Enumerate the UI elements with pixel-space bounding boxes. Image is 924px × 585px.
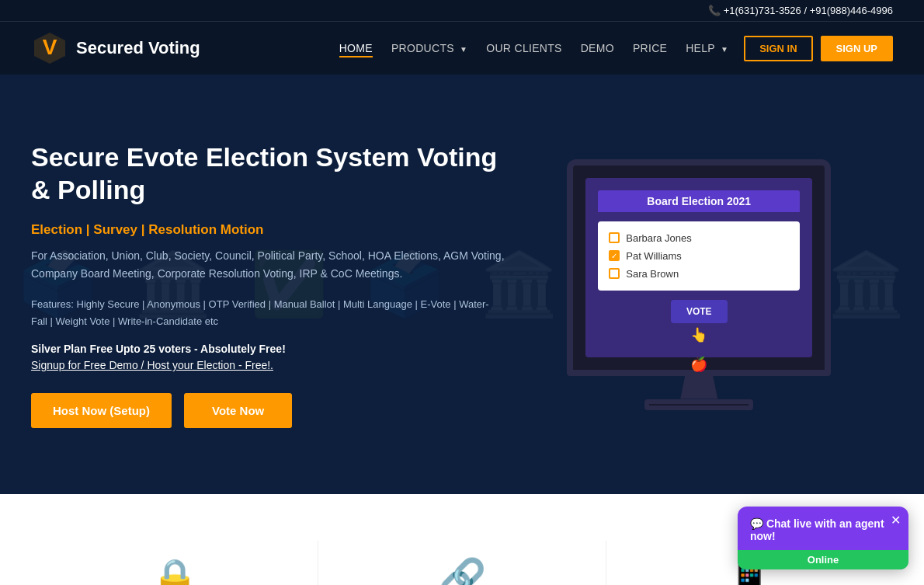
candidate-name-2: Pat Williams xyxy=(626,250,682,262)
navbar: V Secured Voting HOME PRODUCTS ▼ OUR CLI… xyxy=(0,21,924,75)
signin-button[interactable]: SIGN IN xyxy=(744,36,812,61)
feature-card-secure-ballot: 🔒 Ultimate Secure Ballot The multi layer… xyxy=(31,541,318,585)
logo-area: V Secured Voting xyxy=(31,30,200,67)
nav-buttons: SIGN IN SIGN UP xyxy=(744,36,893,61)
hero-signup-link[interactable]: Signup for Free Demo / Host your Electio… xyxy=(31,359,273,371)
hand-icon: 👆 xyxy=(671,326,728,343)
phone-number: +1(631)731-3526 / +91(988)446-4996 xyxy=(724,5,893,16)
hero-monitor-image: Board Election 2021 Barbara Jones ✓ Pat … xyxy=(505,159,894,410)
nav-clients[interactable]: OUR CLIENTS xyxy=(486,42,561,54)
hero-title: Secure Evote Election System Voting & Po… xyxy=(31,141,505,207)
candidate-name-1: Barbara Jones xyxy=(626,232,692,244)
hero-plan: Silver Plan Free Upto 25 voters - Absolu… xyxy=(31,343,505,355)
hero-features: Features: Highly Secure | Anonymous | OT… xyxy=(31,296,505,330)
hero-section: 🗳️🏛️✅🗳️ 🏛️✅🗳️🏛️ Secure Evote Election Sy… xyxy=(0,75,924,494)
monitor-screen: Board Election 2021 Barbara Jones ✓ Pat … xyxy=(585,178,812,357)
phone-icon: 📞 xyxy=(708,5,721,16)
monitor-body: Board Election 2021 Barbara Jones ✓ Pat … xyxy=(567,159,831,376)
chat-close-button[interactable]: ✕ xyxy=(891,513,901,528)
products-dropdown-arrow: ▼ xyxy=(460,45,467,54)
nav-links: HOME PRODUCTS ▼ OUR CLIENTS DEMO PRICE H… xyxy=(339,41,728,55)
feature-card-unique-link: 🔗 Unique link An hash tagged unique link… xyxy=(318,541,606,585)
checkbox-unchecked-3 xyxy=(609,268,620,279)
hero-content: Secure Evote Election System Voting & Po… xyxy=(31,141,505,429)
help-dropdown-arrow: ▼ xyxy=(721,45,728,54)
top-bar: 📞 +1(631)731-3526 / +91(988)446-4996 xyxy=(0,0,924,21)
ballot-option-3: Sara Brown xyxy=(609,265,789,283)
svg-text:V: V xyxy=(43,35,57,59)
checkbox-unchecked-1 xyxy=(609,232,620,243)
monitor-stand xyxy=(676,376,722,399)
host-now-button[interactable]: Host Now (Setup) xyxy=(31,393,172,428)
candidate-name-3: Sara Brown xyxy=(626,268,679,280)
vote-now-button[interactable]: Vote Now xyxy=(184,393,292,428)
nav-demo[interactable]: DEMO xyxy=(581,42,614,54)
envelope-area: VOTE 👆 xyxy=(598,300,800,345)
link-icon: 🔗 xyxy=(342,556,582,585)
hero-description: For Association, Union, Club, Society, C… xyxy=(31,247,505,284)
chat-message: Chat live with an agent now! xyxy=(750,517,884,542)
checkbox-checked-2: ✓ xyxy=(609,250,620,261)
chat-online-status[interactable]: Online xyxy=(738,550,908,569)
hero-cta-buttons: Host Now (Setup) Vote Now xyxy=(31,393,505,428)
chat-widget: ✕ 💬 Chat live with an agent now! Online xyxy=(738,507,908,569)
ballot-option-2: ✓ Pat Williams xyxy=(609,247,789,265)
nav-help[interactable]: HELP ▼ xyxy=(686,42,728,54)
apple-logo: 🍎 xyxy=(690,356,707,373)
hero-subtitle: Election | Survey | Resolution Motion xyxy=(31,222,505,238)
nav-price[interactable]: PRICE xyxy=(633,42,667,54)
logo-icon: V xyxy=(31,30,68,67)
signup-button[interactable]: SIGN UP xyxy=(821,36,893,61)
vote-button-monitor[interactable]: VOTE xyxy=(671,300,728,323)
ballot-options: Barbara Jones ✓ Pat Williams Sara Brown xyxy=(598,221,800,291)
election-title-bar: Board Election 2021 xyxy=(598,190,800,212)
nav-home[interactable]: HOME xyxy=(339,42,373,57)
nav-products[interactable]: PRODUCTS ▼ xyxy=(391,42,467,54)
monitor-base xyxy=(644,399,753,410)
chat-icon: 💬 xyxy=(750,517,766,530)
monitor-wrapper: Board Election 2021 Barbara Jones ✓ Pat … xyxy=(567,159,831,410)
logo-text: Secured Voting xyxy=(76,38,200,58)
ballot-option-1: Barbara Jones xyxy=(609,229,789,247)
lock-icon: 🔒 xyxy=(54,556,294,585)
